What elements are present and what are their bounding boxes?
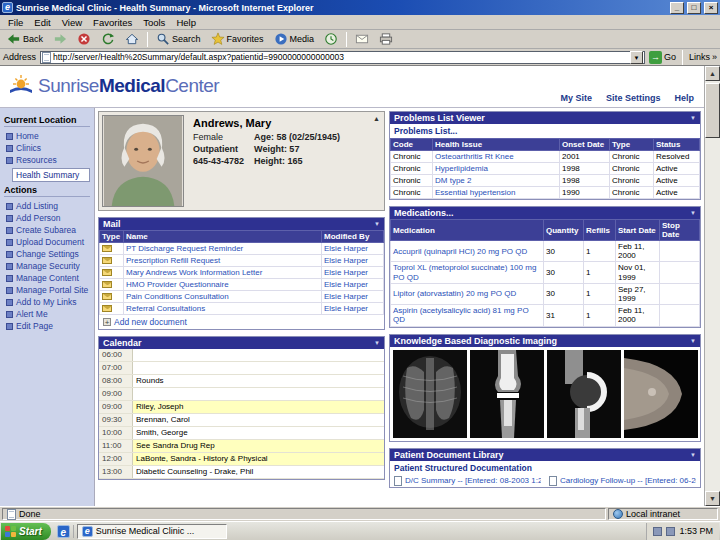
menu-item[interactable]: Favorites xyxy=(88,16,137,29)
document-link[interactable]: Cardiology Follow-up -- [Entered: 06-200… xyxy=(549,476,696,486)
sidebar-action-item[interactable]: Manage Content xyxy=(4,272,90,284)
mail-row[interactable]: Mary Andrews Work Information Letter Els… xyxy=(100,267,384,279)
mail-name-link[interactable]: PT Discharge Request Reminder xyxy=(124,243,322,255)
menu-item[interactable]: Edit xyxy=(29,16,55,29)
problem-row[interactable]: Chronic Essential hypertension 1990 Chro… xyxy=(391,187,700,199)
sidebar-action-item[interactable]: Change Settings xyxy=(4,248,90,260)
menu-item[interactable]: View xyxy=(57,16,87,29)
mail-row[interactable]: Referral Consultations Elsie Harper xyxy=(100,303,384,315)
mail-modified-by[interactable]: Elsie Harper xyxy=(322,291,384,303)
problem-row[interactable]: Chronic Osteoarthritis Rt Knee 2001 Chro… xyxy=(391,151,700,163)
mail-name-link[interactable]: Mary Andrews Work Information Letter xyxy=(124,267,322,279)
medication-name-link[interactable]: Lipitor (atorvastatin) 20 mg PO QD xyxy=(391,283,544,304)
document-link[interactable]: D/C Summary -- [Entered: 08-2003 1:25 PM… xyxy=(394,476,541,486)
medication-name-link[interactable]: Accupril (quinapril HCl) 20 mg PO QD xyxy=(391,241,544,262)
header-nav-link[interactable]: My Site xyxy=(560,93,592,103)
sidebar-location-item[interactable]: Home xyxy=(4,130,90,142)
problem-issue-link[interactable]: Osteoarthritis Rt Knee xyxy=(433,151,560,163)
mail-button[interactable] xyxy=(351,31,373,48)
calendar-entry[interactable]: LaBonte, Sandra - History & Physical xyxy=(133,453,384,465)
media-button[interactable]: Media xyxy=(270,31,319,48)
menu-item[interactable]: Help xyxy=(171,16,201,29)
scrollbar-track[interactable] xyxy=(705,138,720,491)
calendar-entry[interactable]: See Sandra Drug Rep xyxy=(133,440,384,452)
chevron-down-icon[interactable]: ▼ xyxy=(374,340,380,346)
mail-modified-by[interactable]: Elsie Harper xyxy=(322,255,384,267)
back-button[interactable]: Back xyxy=(3,31,47,48)
mail-row[interactable]: Prescription Refill Request Elsie Harper xyxy=(100,255,384,267)
sidebar-location-item[interactable]: Resources xyxy=(4,154,90,166)
scrollbar-thumb[interactable] xyxy=(705,83,720,138)
problem-issue-link[interactable]: Essential hypertension xyxy=(433,187,560,199)
close-button-icon[interactable]: × xyxy=(704,2,718,14)
add-new-document-link[interactable]: + Add new document xyxy=(99,315,384,329)
medication-name-link[interactable]: Toprol XL (metoprolol succinate) 100 mg … xyxy=(391,262,544,283)
medication-row[interactable]: Lipitor (atorvastatin) 20 mg PO QD 30 1 … xyxy=(391,283,700,304)
sidebar-action-item[interactable]: Add Person xyxy=(4,212,90,224)
problem-issue-link[interactable]: Hyperlipidemia xyxy=(433,163,560,175)
calendar-slot[interactable]: 08:00 Rounds xyxy=(99,375,384,388)
vertical-scrollbar[interactable]: ▲ ▼ xyxy=(704,66,720,506)
header-nav-link[interactable]: Site Settings xyxy=(606,93,661,103)
mail-modified-by[interactable]: Elsie Harper xyxy=(322,279,384,291)
sidebar-action-item[interactable]: Alert Me xyxy=(4,308,90,320)
home-button[interactable] xyxy=(121,31,143,48)
address-dropdown-icon[interactable]: ▼ xyxy=(630,51,643,64)
mail-row[interactable]: PT Discharge Request Reminder Elsie Harp… xyxy=(100,243,384,255)
menu-item[interactable]: File xyxy=(3,16,28,29)
header-nav-link[interactable]: Help xyxy=(674,93,694,103)
mail-modified-by[interactable]: Elsie Harper xyxy=(322,243,384,255)
calendar-entry[interactable] xyxy=(133,349,384,361)
mail-name-link[interactable]: Referral Consultations xyxy=(124,303,322,315)
sidebar-action-item[interactable]: Create Subarea xyxy=(4,224,90,236)
address-input[interactable] xyxy=(53,52,628,63)
start-button[interactable]: Start xyxy=(1,523,51,540)
chevron-down-icon[interactable]: ▼ xyxy=(690,115,696,121)
sidebar-action-item[interactable]: Edit Page xyxy=(4,320,90,332)
calendar-slot[interactable]: 06:00 xyxy=(99,349,384,362)
mail-name-link[interactable]: Pain Conditions Consultation xyxy=(124,291,322,303)
medication-row[interactable]: Toprol XL (metoprolol succinate) 100 mg … xyxy=(391,262,700,283)
mail-row[interactable]: Pain Conditions Consultation Elsie Harpe… xyxy=(100,291,384,303)
mail-modified-by[interactable]: Elsie Harper xyxy=(322,267,384,279)
go-button[interactable]: → Go xyxy=(649,51,676,64)
calendar-slot[interactable]: 09:00 xyxy=(99,388,384,401)
mail-row[interactable]: HMO Provider Questionnaire Elsie Harper xyxy=(100,279,384,291)
print-button[interactable] xyxy=(375,31,397,48)
menu-item[interactable]: Tools xyxy=(138,16,170,29)
calendar-slot[interactable]: 10:00 Smith, George xyxy=(99,427,384,440)
search-button[interactable]: Search xyxy=(152,31,205,48)
mail-modified-by[interactable]: Elsie Harper xyxy=(322,303,384,315)
links-bar[interactable]: Links » xyxy=(689,52,717,62)
problem-row[interactable]: Chronic Hyperlipidemia 1998 Chronic Acti… xyxy=(391,163,700,175)
maximize-button-icon[interactable]: □ xyxy=(687,2,701,14)
chevron-down-icon[interactable]: ▼ xyxy=(690,338,696,344)
calendar-entry[interactable] xyxy=(133,388,384,400)
refresh-button[interactable] xyxy=(97,31,119,48)
chevron-down-icon[interactable]: ▼ xyxy=(690,210,696,216)
task-button[interactable]: e Sunrise Medical Clinic ... xyxy=(77,524,227,539)
sidebar-location-item[interactable]: Clinics xyxy=(4,142,90,154)
favorites-button[interactable]: Favorites xyxy=(207,31,268,48)
calendar-entry[interactable]: Smith, George xyxy=(133,427,384,439)
calendar-slot[interactable]: 13:00 Diabetic Counseling - Drake, Phil xyxy=(99,466,384,479)
calendar-slot[interactable]: 11:00 See Sandra Drug Rep xyxy=(99,440,384,453)
tray-icon[interactable] xyxy=(666,527,675,536)
calendar-slot[interactable]: 07:00 xyxy=(99,362,384,375)
medication-name-link[interactable]: Aspirin (acetylsalicylic acid) 81 mg PO … xyxy=(391,305,544,326)
collapse-icon[interactable]: ▲ xyxy=(373,115,380,122)
mail-name-link[interactable]: Prescription Refill Request xyxy=(124,255,322,267)
problem-row[interactable]: Chronic DM type 2 1998 Chronic Active xyxy=(391,175,700,187)
knee-xray-lateral-image[interactable] xyxy=(547,350,621,438)
medication-row[interactable]: Aspirin (acetylsalicylic acid) 81 mg PO … xyxy=(391,305,700,326)
calendar-slot[interactable]: 09:00 Riley, Joseph xyxy=(99,401,384,414)
sidebar-item-health-summary[interactable]: Health Summary xyxy=(12,168,90,182)
calendar-slot[interactable]: 12:00 LaBonte, Sandra - History & Physic… xyxy=(99,453,384,466)
calendar-entry[interactable] xyxy=(133,362,384,374)
problem-issue-link[interactable]: DM type 2 xyxy=(433,175,560,187)
scroll-up-icon[interactable]: ▲ xyxy=(705,66,720,81)
chevron-down-icon[interactable]: ▼ xyxy=(690,452,696,458)
calendar-entry[interactable]: Diabetic Counseling - Drake, Phil xyxy=(133,466,384,478)
scroll-down-icon[interactable]: ▼ xyxy=(705,491,720,506)
calendar-entry[interactable]: Riley, Joseph xyxy=(133,401,384,413)
